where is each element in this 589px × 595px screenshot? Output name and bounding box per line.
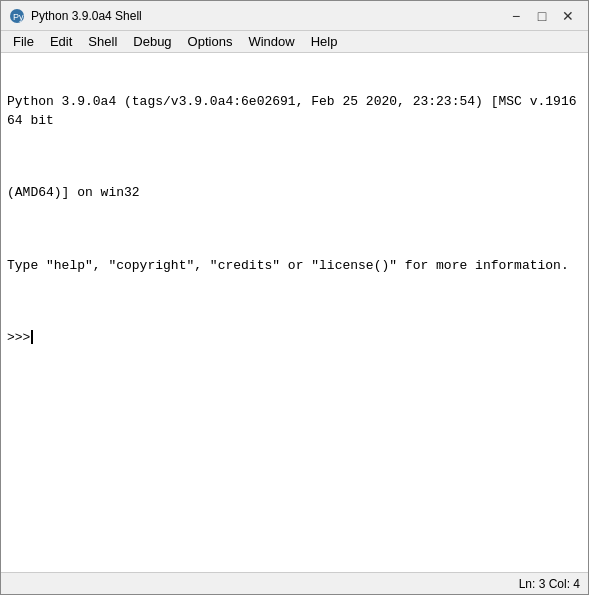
title-bar: Py Python 3.9.0a4 Shell − □ ✕ (1, 1, 588, 31)
window-title: Python 3.9.0a4 Shell (31, 9, 142, 23)
output-line-3: Type "help", "copyright", "credits" or "… (7, 257, 582, 275)
minimize-button[interactable]: − (504, 6, 528, 26)
main-window: Py Python 3.9.0a4 Shell − □ ✕ File Edit … (0, 0, 589, 595)
menu-options[interactable]: Options (180, 32, 241, 51)
cursor (31, 330, 33, 344)
output-line-2: (AMD64)] on win32 (7, 184, 582, 202)
menu-edit[interactable]: Edit (42, 32, 80, 51)
shell-output: Python 3.9.0a4 (tags/v3.9.0a4:6e02691, F… (7, 57, 582, 330)
svg-text:Py: Py (13, 12, 24, 22)
output-line-1: Python 3.9.0a4 (tags/v3.9.0a4:6e02691, F… (7, 93, 582, 129)
maximize-button[interactable]: □ (530, 6, 554, 26)
shell-output-area[interactable]: Python 3.9.0a4 (tags/v3.9.0a4:6e02691, F… (1, 53, 588, 572)
menu-help[interactable]: Help (303, 32, 346, 51)
menu-window[interactable]: Window (240, 32, 302, 51)
menu-bar: File Edit Shell Debug Options Window Hel… (1, 31, 588, 53)
prompt-line[interactable]: >>> (7, 330, 582, 345)
python-icon: Py (9, 8, 25, 24)
menu-debug[interactable]: Debug (125, 32, 179, 51)
prompt-symbol: >>> (7, 330, 30, 345)
title-bar-left: Py Python 3.9.0a4 Shell (9, 8, 142, 24)
status-position: Ln: 3 Col: 4 (519, 577, 580, 591)
menu-file[interactable]: File (5, 32, 42, 51)
menu-shell[interactable]: Shell (80, 32, 125, 51)
status-bar: Ln: 3 Col: 4 (1, 572, 588, 594)
close-button[interactable]: ✕ (556, 6, 580, 26)
window-controls: − □ ✕ (504, 6, 580, 26)
